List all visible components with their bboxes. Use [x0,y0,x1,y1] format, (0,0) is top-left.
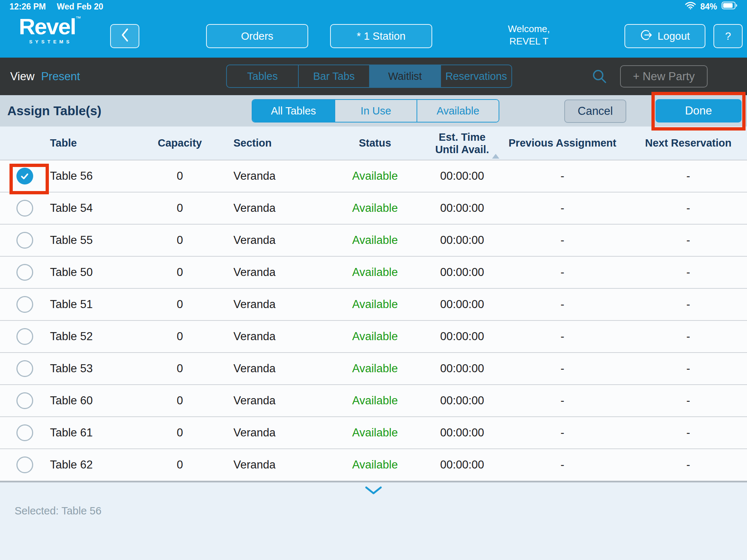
row-checkbox[interactable] [16,360,33,377]
table-row[interactable]: Table 50 0 Veranda Available 00:00:00 - … [0,257,747,289]
new-party-button[interactable]: + New Party [620,65,708,88]
cell-previous-assignment: - [495,170,630,183]
column-header-status: Status [321,137,429,149]
cell-section: Veranda [210,362,321,375]
chevron-down-icon [364,486,383,497]
row-checkbox-cell [0,257,49,288]
row-checkbox[interactable] [16,232,33,249]
table-row[interactable]: Table 51 0 Veranda Available 00:00:00 - … [0,289,747,321]
cell-table-name: Table 56 [49,170,150,183]
search-icon [591,68,608,86]
row-checkbox[interactable] [16,200,33,217]
cell-section: Veranda [210,298,321,311]
cell-table-name: Table 51 [49,298,150,311]
station-button[interactable]: * 1 Station [330,24,432,48]
row-checkbox-cell [0,449,49,481]
cell-table-name: Table 61 [49,426,150,439]
done-button[interactable]: Done [655,99,742,122]
cell-est-time: 00:00:00 [429,234,495,247]
cell-status: Available [321,426,429,439]
row-checkbox-cell [0,385,49,416]
table-row[interactable]: Table 61 0 Veranda Available 00:00:00 - … [0,417,747,449]
cell-previous-assignment: - [495,234,630,247]
row-checkbox[interactable] [16,328,33,345]
filter-available[interactable]: Available [417,100,499,122]
cancel-button[interactable]: Cancel [564,100,626,123]
cell-capacity: 0 [150,426,210,439]
est-time-line1: Est. Time [429,131,495,143]
annotation-box-checkbox [9,164,49,194]
cell-capacity: 0 [150,234,210,247]
table-row[interactable]: Table 53 0 Veranda Available 00:00:00 - … [0,353,747,385]
cell-section: Veranda [210,266,321,279]
row-checkbox[interactable] [16,456,33,473]
assign-table-bar: Assign Table(s) All TablesIn UseAvailabl… [0,95,747,127]
cell-est-time: 00:00:00 [429,170,495,183]
cell-section: Veranda [210,234,321,247]
cell-est-time: 00:00:00 [429,362,495,375]
row-checkbox[interactable] [16,264,33,281]
cell-next-reservation: - [630,458,747,471]
cell-previous-assignment: - [495,298,630,311]
cell-status: Available [321,202,429,215]
cell-status: Available [321,330,429,343]
filter-all-tables[interactable]: All Tables [252,100,334,122]
cell-status: Available [321,298,429,311]
table-body: Table 56 0 Veranda Available 00:00:00 - … [0,160,747,481]
cell-section: Veranda [210,394,321,407]
cell-table-name: Table 50 [49,266,150,279]
cell-capacity: 0 [150,298,210,311]
cell-capacity: 0 [150,330,210,343]
table-row[interactable]: Table 62 0 Veranda Available 00:00:00 - … [0,449,747,481]
cell-previous-assignment: - [495,362,630,375]
cell-next-reservation: - [630,298,747,311]
cell-next-reservation: - [630,426,747,439]
cell-previous-assignment: - [495,202,630,215]
logout-button[interactable]: Logout [624,24,705,48]
cell-previous-assignment: - [495,426,630,439]
tab-reservations[interactable]: Reservations [440,65,511,87]
revel-logo-subtext: SYSTEMS [13,39,86,44]
cell-status: Available [321,266,429,279]
row-checkbox-cell [0,192,49,224]
tab-tables[interactable]: Tables [227,65,298,87]
cell-next-reservation: - [630,170,747,183]
row-checkbox[interactable] [16,296,33,313]
cell-est-time: 00:00:00 [429,266,495,279]
row-checkbox[interactable] [16,424,33,441]
cell-est-time: 00:00:00 [429,298,495,311]
tab-waitlist[interactable]: Waitlist [369,65,440,87]
table-row[interactable]: Table 52 0 Veranda Available 00:00:00 - … [0,321,747,353]
scroll-down-chevron[interactable] [364,486,383,497]
row-checkbox[interactable] [16,392,33,409]
table-row[interactable]: Table 54 0 Veranda Available 00:00:00 - … [0,192,747,225]
cell-section: Veranda [210,170,321,183]
column-header-previous-assignment: Previous Assignment [495,137,630,149]
chevron-left-icon [121,28,129,45]
column-header-est-time[interactable]: Est. Time Until Avail. [429,131,495,156]
view-label: View [10,70,35,83]
cell-status: Available [321,170,429,183]
cell-status: Available [321,458,429,471]
logout-label: Logout [658,30,690,42]
tab-bar-tabs[interactable]: Bar Tabs [298,65,369,87]
column-header-table: Table [49,137,150,149]
cell-est-time: 00:00:00 [429,330,495,343]
table-row[interactable]: Table 55 0 Veranda Available 00:00:00 - … [0,225,747,257]
page-title: Assign Table(s) [7,104,101,118]
filter-in-use[interactable]: In Use [334,100,417,122]
search-button[interactable] [590,68,608,86]
table-row[interactable]: Table 60 0 Veranda Available 00:00:00 - … [0,385,747,417]
welcome-line1: Welcome, [481,23,576,35]
cell-est-time: 00:00:00 [429,394,495,407]
view-mode-present[interactable]: Present [41,70,80,83]
cell-est-time: 00:00:00 [429,426,495,439]
table-row[interactable]: Table 56 0 Veranda Available 00:00:00 - … [0,160,747,192]
cell-table-name: Table 54 [49,202,150,215]
back-button[interactable] [110,24,139,48]
cell-capacity: 0 [150,202,210,215]
cell-status: Available [321,234,429,247]
orders-button[interactable]: Orders [206,24,308,48]
status-time: 12:26 PM [9,2,46,12]
help-button[interactable]: ? [713,24,743,48]
